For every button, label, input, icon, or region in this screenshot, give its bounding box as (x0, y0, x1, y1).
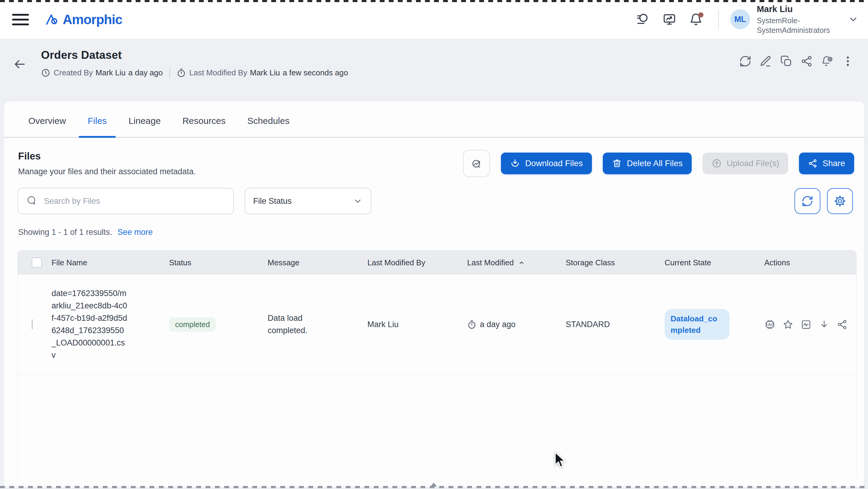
col-last-modified[interactable]: Last Modified (467, 258, 566, 267)
favorite-action-button[interactable] (782, 319, 794, 330)
page-header-actions (739, 39, 854, 67)
avatar[interactable]: ML (730, 9, 750, 29)
sort-caret-icon (518, 259, 526, 267)
files-section-header: Files Manage your files and their associ… (4, 138, 864, 177)
edit-dataset-button[interactable] (760, 55, 772, 67)
tab-overview[interactable]: Overview (18, 101, 77, 137)
col-status[interactable]: Status (169, 258, 268, 267)
topbar-divider (718, 10, 719, 29)
screen-top-edge-artifact (0, 0, 868, 2)
share-dataset-button[interactable] (801, 55, 813, 67)
download-files-button[interactable]: Download Files (501, 153, 592, 174)
user-info: Mark Liu SystemRole- SystemAdministrator… (757, 4, 830, 35)
amorphic-logo[interactable]: Amorphic (44, 12, 122, 27)
stopwatch-icon (467, 320, 476, 329)
chevron-down-icon (352, 196, 363, 206)
col-current-state[interactable]: Current State (664, 258, 764, 267)
settings-gear-icon (834, 195, 846, 207)
dashboard-button[interactable] (662, 12, 676, 26)
files-table: File Name Status Message Last Modified B… (18, 250, 857, 477)
search-magnifier-icon (26, 195, 38, 207)
trash-icon (612, 158, 622, 169)
share-icon (808, 159, 818, 168)
cell-last-modified: a day ago (467, 320, 566, 329)
table-settings-button[interactable] (827, 188, 853, 214)
share-files-button[interactable]: Share (799, 153, 854, 174)
file-status-select[interactable]: File Status (245, 188, 371, 214)
clock-icon (41, 68, 50, 78)
hamburger-menu-button[interactable] (9, 11, 32, 28)
upload-files-button[interactable]: Upload File(s) (703, 153, 788, 174)
notifications-button[interactable] (689, 12, 703, 26)
amorphic-logo-mark (44, 12, 61, 27)
logo-text: Amorphic (63, 12, 122, 27)
user-menu-chevron[interactable] (847, 13, 859, 25)
col-last-modified-by[interactable]: Last Modified By (367, 258, 467, 267)
upload-files-label: Upload File(s) (727, 159, 779, 168)
table-header-row: File Name Status Message Last Modified B… (18, 250, 856, 275)
files-titles: Files Manage your files and their associ… (18, 150, 196, 176)
page-header-main: Orders Dataset Created By Mark Liu a day… (41, 39, 348, 78)
advanced-search-icon (636, 12, 650, 26)
ai-action-button[interactable]: AI (764, 319, 775, 330)
current-state-link[interactable]: Dataload_completed (664, 309, 730, 340)
tab-schedules[interactable]: Schedules (237, 101, 301, 137)
hamburger-icon (12, 14, 29, 16)
see-more-link[interactable]: See more (118, 227, 153, 237)
activity-icon (801, 319, 812, 330)
tab-bar: Overview Files Lineage Resources Schedul… (4, 101, 864, 138)
select-all-checkbox[interactable] (32, 257, 42, 268)
tab-resources[interactable]: Resources (172, 101, 236, 137)
chevron-down-icon (847, 13, 859, 25)
back-button[interactable] (13, 57, 27, 71)
tab-files[interactable]: Files (77, 101, 118, 137)
share-nodes-icon (801, 55, 813, 67)
cell-last-modified-by: Mark Liu (367, 320, 467, 329)
results-text: Showing 1 - 1 of 1 results. (18, 227, 112, 237)
app-screen: Amorphic (0, 0, 868, 489)
user-role-line1: SystemRole- (757, 16, 830, 25)
refresh-dataset-button[interactable] (739, 55, 752, 67)
notification-settings-button[interactable] (821, 55, 834, 67)
scrollbar-triangle (430, 483, 437, 487)
more-options-button[interactable] (841, 55, 854, 67)
files-action-buttons: Download Files Delete All Files Upload F… (463, 150, 854, 177)
files-subtitle: Manage your files and their associated m… (18, 167, 196, 176)
share-action-button[interactable] (837, 319, 848, 330)
delete-all-files-label: Delete All Files (627, 159, 683, 168)
search-input[interactable] (43, 188, 233, 214)
edit-pencil-icon (760, 55, 772, 67)
explore-trend-icon (470, 157, 483, 170)
share-files-label: Share (823, 159, 845, 168)
page-title: Orders Dataset (41, 49, 348, 61)
page-meta: Created By Mark Liu a day ago Last Modif… (41, 67, 348, 78)
cell-file-name: date=1762339550/markliu_21eec8db-4c0f-45… (52, 287, 127, 362)
clone-dataset-button[interactable] (780, 55, 793, 67)
download-arrow-icon (818, 319, 830, 330)
col-message[interactable]: Message (268, 258, 367, 267)
refresh-list-button[interactable] (795, 188, 820, 214)
col-storage-class[interactable]: Storage Class (566, 258, 664, 267)
row-checkbox[interactable] (32, 319, 33, 330)
upload-icon (712, 158, 722, 169)
delete-all-files-button[interactable]: Delete All Files (603, 153, 692, 174)
modified-by-label: Last Modified By (189, 68, 247, 78)
advanced-search-button[interactable] (636, 12, 650, 26)
topbar-right: ML Mark Liu SystemRole- SystemAdministra… (629, 4, 859, 35)
modified-by-name: Mark Liu (250, 68, 280, 78)
files-search (18, 188, 234, 214)
meta-separator (169, 67, 170, 78)
download-action-button[interactable] (818, 319, 830, 330)
download-icon (510, 158, 520, 169)
tab-lineage[interactable]: Lineage (118, 101, 172, 137)
download-files-label: Download Files (525, 159, 583, 168)
dashboard-monitor-icon (662, 12, 676, 26)
activity-action-button[interactable] (801, 319, 812, 330)
kebab-menu-icon (841, 55, 854, 67)
col-file-name[interactable]: File Name (52, 258, 169, 267)
page-header: Orders Dataset Created By Mark Liu a day… (0, 39, 868, 96)
explore-files-button[interactable] (463, 150, 490, 177)
refresh-icon (801, 195, 813, 207)
created-by-label: Created By (54, 68, 93, 78)
col-actions: Actions (764, 258, 856, 267)
